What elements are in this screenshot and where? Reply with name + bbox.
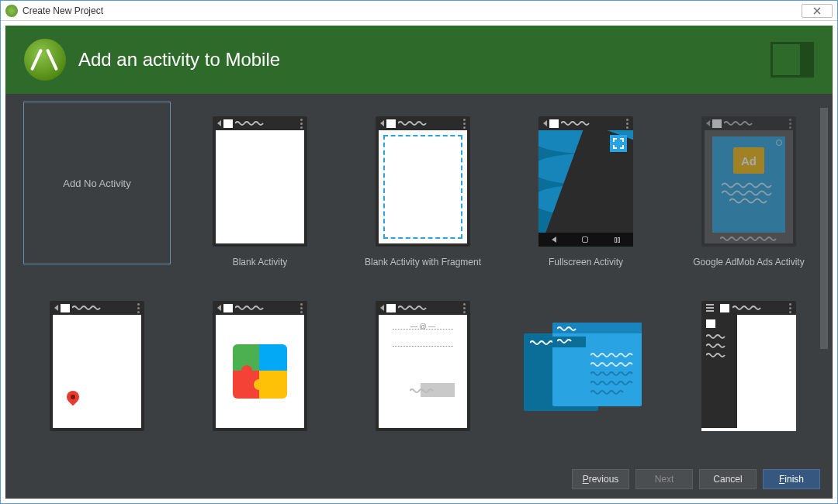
window-title: Create New Project [23, 5, 103, 16]
template-master-detail[interactable] [508, 292, 663, 457]
ad-close-icon [776, 140, 782, 146]
cancel-button[interactable]: Cancel [699, 469, 757, 489]
maps-activity-thumbnail [50, 301, 144, 431]
android-nav-bar-icon [538, 233, 633, 247]
play-services-puzzle-icon [233, 344, 287, 399]
fullscreen-activity-thumbnail [538, 116, 633, 247]
overflow-menu-icon [626, 119, 628, 129]
overflow-menu-icon [789, 119, 791, 129]
close-button[interactable] [802, 4, 833, 18]
login-activity-thumbnail: — @ — [376, 301, 470, 431]
template-login-activity[interactable]: — @ — [345, 292, 500, 457]
blank-activity-fragment-thumbnail [376, 116, 470, 247]
overflow-menu-icon [463, 119, 466, 129]
banner-title: Add an activity to Mobile [78, 49, 280, 71]
overflow-menu-icon [137, 303, 140, 313]
navigation-drawer-thumbnail [701, 301, 796, 431]
add-no-activity-thumbnail: Add No Activity [23, 102, 171, 264]
template-add-no-activity[interactable]: Add No Activity [19, 108, 175, 281]
expand-icon [610, 135, 627, 152]
template-caption: Blank Activity [233, 257, 288, 272]
gallery-scrollbar[interactable] [820, 108, 828, 452]
template-label: Add No Activity [63, 178, 130, 189]
overflow-menu-icon [789, 303, 791, 313]
template-play-services-activity[interactable] [182, 292, 338, 457]
overflow-menu-icon [463, 303, 466, 313]
android-studio-icon [5, 5, 18, 17]
android-studio-logo-icon [24, 39, 66, 81]
template-caption: Google AdMob Ads Activity [693, 257, 804, 272]
blank-activity-thumbnail [213, 116, 307, 247]
scrollbar-thumb[interactable] [820, 108, 828, 349]
map-pin-icon [67, 391, 79, 403]
template-gallery: Add No Activity [5, 94, 833, 460]
overflow-menu-icon [300, 303, 303, 313]
template-admob-activity[interactable]: Ad Google AdMob Ads Activity [671, 108, 826, 281]
ad-badge: Ad [733, 147, 764, 174]
template-fullscreen-activity[interactable]: Fullscreen Activity [508, 108, 663, 281]
titlebar: Create New Project [1, 1, 837, 21]
template-caption: Blank Activity with Fragment [365, 257, 481, 272]
overflow-menu-icon [300, 119, 303, 129]
hamburger-icon [706, 304, 714, 312]
template-navigation-drawer[interactable] [671, 292, 826, 457]
play-services-thumbnail [213, 301, 307, 431]
close-icon [812, 7, 822, 15]
banner: Add an activity to Mobile [5, 26, 833, 94]
wizard-footer: Previous Next Cancel Finish [5, 460, 833, 499]
finish-button[interactable]: Finish [763, 469, 820, 489]
template-maps-activity[interactable] [19, 292, 175, 457]
wizard-body: Add an activity to Mobile Add No Activit… [5, 26, 833, 499]
template-blank-activity-fragment[interactable]: Blank Activity with Fragment [345, 108, 500, 281]
mobile-device-icon [770, 42, 814, 78]
master-detail-thumbnail [524, 319, 648, 413]
next-button[interactable]: Next [635, 469, 693, 489]
admob-activity-thumbnail: Ad [701, 116, 796, 247]
previous-button[interactable]: Previous [572, 469, 629, 489]
template-blank-activity[interactable]: Blank Activity [182, 108, 338, 281]
dialog-window: Create New Project Add an activity to Mo… [0, 0, 838, 504]
template-caption: Fullscreen Activity [549, 257, 623, 272]
